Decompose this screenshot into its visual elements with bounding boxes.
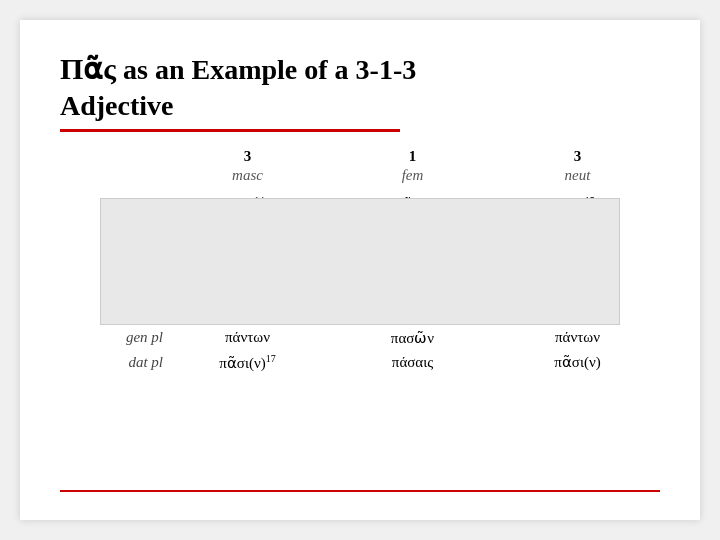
dat-pl-fem: πάσαις — [330, 350, 495, 375]
title-line2: Adjective — [60, 90, 174, 121]
col-masc-label: masc — [165, 167, 330, 192]
dat-pl-neut: πᾶσι(ν) — [495, 350, 660, 375]
col-3b-header: 3 — [495, 148, 660, 167]
greek-word: Πᾶς — [60, 52, 116, 85]
title-underline — [60, 129, 400, 132]
gen-pl-row: gen pl πάντων πασῶν πάντων — [60, 326, 660, 350]
table-background — [100, 198, 620, 325]
column-labels-row: masc fem neut — [60, 167, 660, 192]
col-neut-label: neut — [495, 167, 660, 192]
dat-pl-masc: πᾶσι(ν)17 — [165, 350, 330, 375]
title-rest: as an Example of a 3-1-3 — [116, 54, 416, 85]
col-3-header: 3 — [165, 148, 330, 167]
col-1-header: 1 — [330, 148, 495, 167]
column-numbers-row: 3 1 3 — [60, 148, 660, 167]
dat-pl-label: dat pl — [60, 350, 165, 375]
gen-pl-neut: πάντων — [495, 326, 660, 350]
gen-pl-masc: πάντων — [165, 326, 330, 350]
col-fem-label: fem — [330, 167, 495, 192]
page-title: Πᾶς as an Example of a 3-1-3 Adjective — [60, 50, 660, 123]
dat-pl-row: dat pl πᾶσι(ν)17 πάσαις πᾶσι(ν) — [60, 350, 660, 375]
gen-pl-fem: πασῶν — [330, 326, 495, 350]
bottom-rule — [60, 490, 660, 492]
gen-pl-label: gen pl — [60, 326, 165, 350]
